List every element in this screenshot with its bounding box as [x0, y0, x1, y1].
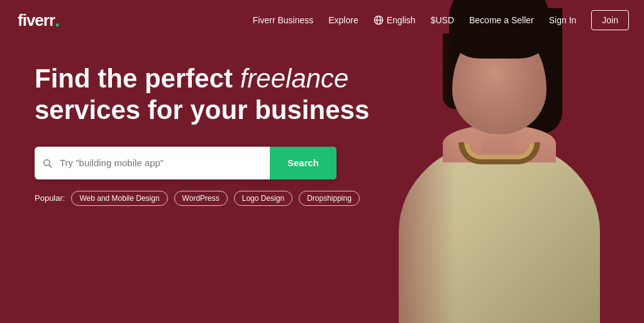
- hero-section: fiverr. Fiverr Business Explore English: [0, 0, 644, 323]
- hero-headline: Find the perfect freelance services for …: [35, 63, 374, 127]
- nav-links: Fiverr Business Explore English $USD: [253, 10, 629, 30]
- become-seller-link[interactable]: Become a Seller: [469, 15, 534, 25]
- search-icon-wrap: [35, 147, 60, 179]
- nav-item-fiverr-business[interactable]: Fiverr Business: [253, 14, 313, 26]
- popular-section: Popular: Web and Mobile Design WordPress…: [35, 191, 374, 206]
- explore-link[interactable]: Explore: [328, 15, 358, 25]
- popular-tag-0[interactable]: Web and Mobile Design: [71, 191, 167, 206]
- fiverr-business-link[interactable]: Fiverr Business: [253, 15, 313, 25]
- search-input[interactable]: [60, 147, 270, 179]
- navbar: fiverr. Fiverr Business Explore English: [0, 0, 644, 40]
- popular-tag-2[interactable]: Logo Design: [234, 191, 292, 206]
- popular-tag-1[interactable]: WordPress: [174, 191, 228, 206]
- language-label: English: [387, 15, 416, 25]
- language-selector[interactable]: English: [374, 15, 416, 25]
- nav-item-become-seller[interactable]: Become a Seller: [469, 14, 534, 26]
- join-button[interactable]: Join: [591, 10, 629, 30]
- globe-icon: [374, 15, 384, 25]
- headline-part1: Find the perfect: [35, 64, 240, 93]
- nav-item-currency[interactable]: $USD: [431, 14, 454, 26]
- hero-image: [330, 0, 644, 323]
- nav-item-explore[interactable]: Explore: [328, 14, 358, 26]
- nav-item-join[interactable]: Join: [591, 10, 629, 30]
- hero-content: Find the perfect freelance services for …: [35, 63, 374, 206]
- search-icon: [42, 158, 52, 168]
- popular-label: Popular:: [35, 193, 65, 203]
- necklace-inner: [465, 144, 534, 159]
- headline-italic: freelance: [240, 64, 349, 93]
- logo[interactable]: fiverr.: [18, 11, 59, 30]
- search-bar: Search: [35, 147, 336, 179]
- nav-item-sign-in[interactable]: Sign In: [549, 14, 577, 26]
- currency-link[interactable]: $USD: [431, 15, 454, 25]
- search-button[interactable]: Search: [270, 147, 336, 179]
- nav-item-language[interactable]: English: [374, 15, 416, 25]
- headline-part2: services for your business: [35, 95, 369, 125]
- logo-text: fiverr: [18, 11, 55, 30]
- sign-in-link[interactable]: Sign In: [549, 15, 577, 25]
- popular-tag-3[interactable]: Dropshipping: [299, 191, 360, 206]
- svg-line-4: [49, 165, 52, 167]
- logo-dot: .: [55, 11, 59, 30]
